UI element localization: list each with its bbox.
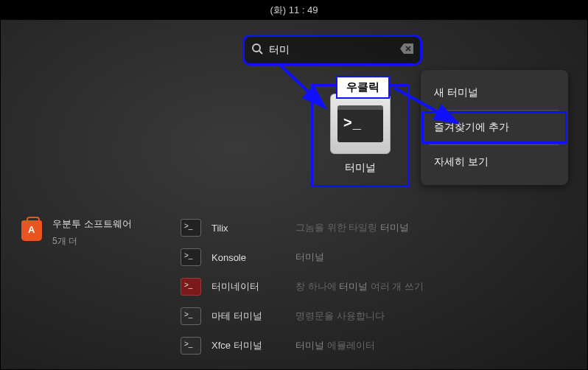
result-item[interactable]: 터미네이터 창 하나에 터미널 여러 개 쓰기: [181, 273, 424, 300]
app-label: 터미널: [316, 161, 405, 175]
search-input[interactable]: 터미: [244, 36, 421, 64]
result-name: Xfce 터미널: [211, 339, 285, 352]
result-name: Tilix: [211, 223, 285, 234]
menu-add-favorite[interactable]: 즐겨찾기에 추가: [421, 111, 568, 144]
software-category[interactable]: 우분투 소프트웨어 5개 더: [21, 217, 132, 248]
result-name: 마테 터미널: [211, 310, 285, 323]
terminal-icon: [181, 337, 201, 355]
clear-search-icon[interactable]: [400, 43, 413, 57]
software-results: Tilix 그놈을 위한 타일링 터미널 Konsole 터미널 터미네이터 창…: [181, 214, 424, 359]
app-result-terminal[interactable]: 터미널: [316, 89, 405, 182]
search-value: 터미: [269, 43, 400, 57]
context-menu: 새 터미널 즐겨찾기에 추가 자세히 보기: [421, 70, 568, 185]
result-desc: 명령문을 사용합니다: [295, 310, 385, 323]
category-title: 우분투 소프트웨어: [52, 217, 132, 231]
result-desc: 터미널 에뮬레이터: [295, 339, 375, 352]
svg-point-0: [253, 44, 260, 52]
terminal-icon: [181, 219, 201, 237]
result-desc: 터미널: [295, 251, 324, 264]
search-icon: [251, 43, 263, 57]
category-more: 5개 더: [52, 235, 132, 248]
clock-text: (화) 11 : 49: [270, 4, 318, 17]
terminal-icon: [181, 307, 201, 325]
result-item[interactable]: 마테 터미널 명령문을 사용합니다: [181, 303, 424, 329]
result-item[interactable]: Konsole 터미널: [181, 244, 424, 270]
annotation-right-click: 우클릭: [336, 76, 390, 99]
result-name: 터미네이터: [211, 280, 285, 293]
result-item[interactable]: Xfce 터미널 터미널 에뮬레이터: [181, 332, 424, 359]
result-item[interactable]: Tilix 그놈을 위한 타일링 터미널: [181, 214, 424, 241]
terminal-icon: [181, 278, 201, 296]
result-desc: 그놈을 위한 타일링 터미널: [295, 221, 409, 234]
terminal-icon: [330, 94, 391, 154]
terminal-icon: [181, 248, 201, 266]
menu-new-terminal[interactable]: 새 터미널: [421, 76, 568, 110]
top-bar: (화) 11 : 49: [1, 1, 587, 20]
result-desc: 창 하나에 터미널 여러 개 쓰기: [295, 280, 424, 293]
menu-details[interactable]: 자세히 보기: [421, 145, 568, 179]
svg-line-1: [259, 51, 262, 54]
software-icon: [21, 220, 42, 241]
result-name: Konsole: [211, 252, 285, 263]
